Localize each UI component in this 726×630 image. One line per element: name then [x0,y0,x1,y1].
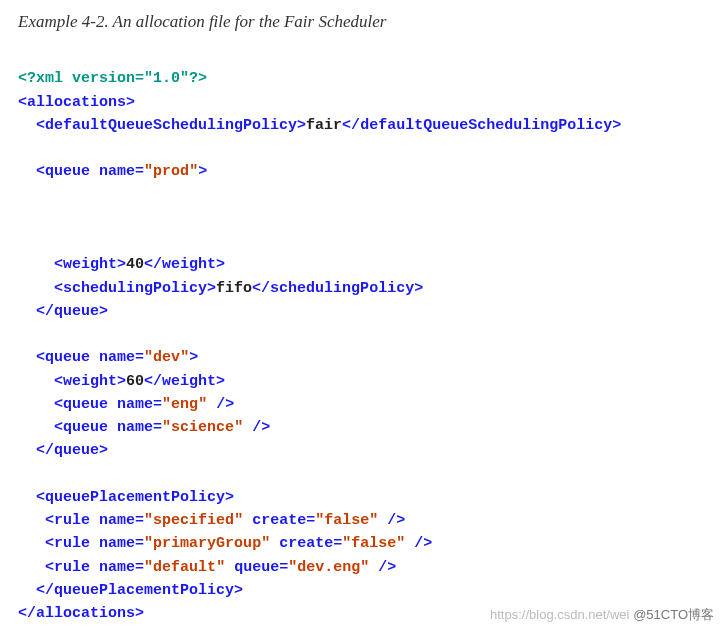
xml-declaration: <?xml version="1.0"?> [18,70,207,87]
attr-value: "primaryGroup" [144,535,270,552]
tag-close: </weight> [144,256,225,273]
tag-open: <allocations> [18,94,135,111]
text-node: fair [306,117,342,134]
tag-close: </allocations> [18,605,144,622]
tag-open: <queue name= [36,163,144,180]
tag-close: </weight> [144,373,225,390]
tag-close: </queuePlacementPolicy> [36,582,243,599]
tag-close: </queue> [36,303,108,320]
tag-open: <schedulingPolicy> [54,280,216,297]
tag-open-end: > [198,163,207,180]
tag-close: </schedulingPolicy> [252,280,423,297]
tag-open: <queuePlacementPolicy> [36,489,234,506]
tag-open: <defaultQueueSchedulingPolicy> [36,117,306,134]
attr-value: "prod" [144,163,198,180]
attr-value: "dev" [144,349,189,366]
tag-close: </defaultQueueSchedulingPolicy> [342,117,621,134]
text-node: 60 [126,373,144,390]
tag-selfclose: <rule name= [45,559,144,576]
attr-value: "science" [162,419,243,436]
attr-value: "default" [144,559,225,576]
text-node: 40 [126,256,144,273]
tag-selfclose: <queue name= [54,396,162,413]
attr-value: "dev.eng" [288,559,369,576]
attr-value: "false" [342,535,405,552]
tag-open: <weight> [54,256,126,273]
tag-selfclose: <rule name= [45,512,144,529]
example-caption: Example 4-2. An allocation file for the … [0,0,726,42]
tag-open-end: > [189,349,198,366]
watermark: https://blog.csdn.net/wei @51CTO博客 [490,606,714,624]
tag-open: <queue name= [36,349,144,366]
tag-selfclose: <queue name= [54,419,162,436]
tag-close: </queue> [36,442,108,459]
attr-value: "specified" [144,512,243,529]
code-block: <?xml version="1.0"?> <allocations> <def… [0,42,726,630]
tag-selfclose: <rule name= [45,535,144,552]
tag-open: <weight> [54,373,126,390]
attr-value: "eng" [162,396,207,413]
attr-value: "false" [315,512,378,529]
watermark-dark: @51CTO博客 [633,607,714,622]
watermark-faint: https://blog.csdn.net/wei [490,607,629,622]
text-node: fifo [216,280,252,297]
